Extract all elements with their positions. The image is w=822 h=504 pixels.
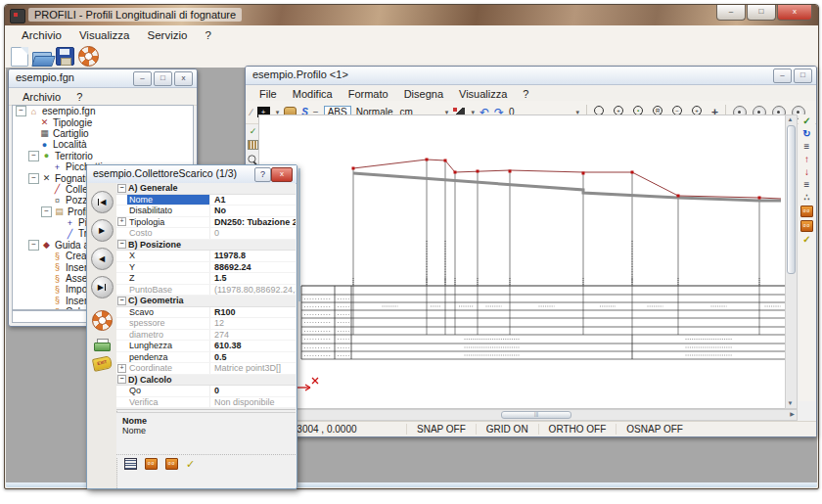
property-category-row[interactable]: −C) Geometria <box>116 296 296 307</box>
categorized-view-icon[interactable] <box>124 458 137 470</box>
tree-window-titlebar[interactable]: esempio.fgn – □ x <box>9 69 197 88</box>
property-value[interactable]: 0 <box>210 386 296 395</box>
open-folder-icon[interactable] <box>32 52 52 66</box>
tree-menu-item-archivio[interactable]: Archivio <box>15 90 68 104</box>
property-row-y[interactable]: Y88692.24 <box>116 262 296 274</box>
dialog-close-button[interactable]: x <box>271 167 293 182</box>
tree-item-localit[interactable]: ●Località <box>13 139 193 150</box>
list-icon[interactable]: ≡ <box>804 142 810 152</box>
vscroll-thumb[interactable] <box>787 125 796 274</box>
main-titlebar[interactable]: PROFILI - Profili Longitudinali di fogna… <box>5 5 818 25</box>
property-row-spessore[interactable]: spessore12 <box>116 318 296 330</box>
exit-icon[interactable]: EXIT <box>91 355 112 372</box>
main-menu-item-visualizza[interactable]: Visualizza <box>70 27 139 43</box>
move-up-icon[interactable]: ↑ <box>804 155 809 164</box>
property-name[interactable]: Verifica <box>127 397 210 408</box>
property-name[interactable]: Disabilitato <box>127 206 210 216</box>
tree-item-tipologie[interactable]: ✕Tipologie <box>13 116 193 127</box>
property-value[interactable]: 0.5 <box>210 352 296 362</box>
property-name[interactable]: spessore <box>127 318 210 329</box>
property-name[interactable]: Y <box>127 262 210 273</box>
property-value[interactable]: 1.5 <box>210 273 296 283</box>
chart-icon[interactable] <box>248 140 258 150</box>
property-value[interactable]: 12 <box>210 318 296 328</box>
expand-toggle-icon[interactable]: − <box>117 184 126 193</box>
expand-toggle-icon[interactable]: + <box>117 364 126 373</box>
basket2-icon[interactable]: oo <box>800 220 813 232</box>
profile-menu-item-file[interactable]: File <box>251 87 285 101</box>
property-name[interactable]: Costo <box>127 228 210 239</box>
property-name[interactable]: PuntoBase <box>127 285 210 296</box>
property-category-row[interactable]: −A) Generale <box>116 183 296 195</box>
profile-menu-item-?[interactable]: ? <box>515 87 536 101</box>
minimize-button[interactable]: – <box>716 5 746 21</box>
main-menu-item-?[interactable]: ? <box>196 27 219 43</box>
dialog-titlebar[interactable]: esempio.CollettoreScarico (1/3) ? x <box>87 165 297 184</box>
hscroll-thumb[interactable]: ||| <box>501 411 571 419</box>
save-icon[interactable] <box>56 47 74 66</box>
main-menu-item-servizio[interactable]: Servizio <box>138 27 196 43</box>
status-osnap-off[interactable]: OSNAP OFF <box>616 424 693 435</box>
property-value[interactable]: A1 <box>210 195 296 205</box>
help-lifebuoy-icon[interactable] <box>78 46 99 67</box>
property-name[interactable]: Z <box>127 273 210 284</box>
draw-check-icon[interactable]: ✓ <box>250 126 257 136</box>
profile-menu-item-modifica[interactable]: Modifica <box>285 87 341 101</box>
property-category-row[interactable]: −D.1) Verifica Idraulic <box>116 408 296 410</box>
status-snap-off[interactable]: SNAP OFF <box>406 424 476 435</box>
property-row-z[interactable]: Z1.5 <box>116 273 296 285</box>
expand-toggle-icon[interactable]: − <box>117 240 126 249</box>
profile-canvas[interactable] <box>258 115 789 409</box>
property-row-qo[interactable]: Qo0 <box>116 386 296 397</box>
basket-icon[interactable]: oo <box>145 458 158 470</box>
print-icon[interactable] <box>94 339 110 351</box>
new-file-icon[interactable] <box>11 47 28 67</box>
nav-first-button[interactable]: ◀ <box>91 191 114 213</box>
property-value[interactable]: No <box>210 206 296 215</box>
property-name[interactable]: X <box>127 251 210 261</box>
tree-item-cartiglio[interactable]: ▦Cartiglio <box>13 128 193 139</box>
property-row-costo[interactable]: Costo0 <box>116 228 296 240</box>
refresh-icon[interactable]: ↻ <box>802 129 810 139</box>
property-row-lunghezza[interactable]: Lunghezza610.38 <box>116 341 296 352</box>
property-value[interactable]: 0 <box>210 228 296 238</box>
property-value[interactable]: R100 <box>210 307 296 317</box>
maximize-button[interactable]: □ <box>747 5 776 21</box>
expand-toggle-icon[interactable]: − <box>117 297 126 305</box>
property-value[interactable]: (11978.80,88692.24,31.92) <box>210 285 296 295</box>
property-name[interactable]: diametro <box>127 330 210 341</box>
property-row-scavo[interactable]: ScavoR100 <box>116 307 296 319</box>
property-name[interactable]: Tipologia <box>127 217 210 228</box>
property-row-verifica[interactable]: VerificaNon disponibile <box>116 397 296 409</box>
expand-toggle-icon[interactable]: − <box>117 375 126 384</box>
nav-next-button[interactable]: ▶ <box>91 219 114 242</box>
tree-minimize-button[interactable]: – <box>133 71 152 86</box>
profile-maximize-button[interactable]: □ <box>794 69 812 83</box>
property-value[interactable]: Matrice point3D[] <box>210 363 296 373</box>
basket-icon[interactable]: oo <box>800 206 813 217</box>
expand-toggle-icon[interactable]: − <box>28 173 39 184</box>
tree-restore-button[interactable]: □ <box>154 71 172 86</box>
tree-item-territorio[interactable]: −●Territorio <box>13 151 193 161</box>
expand-toggle-icon[interactable]: − <box>117 409 126 410</box>
property-row-pendenza[interactable]: pendenza0.5 <box>116 352 296 364</box>
property-name[interactable]: pendenza <box>127 352 210 363</box>
expand-toggle-icon[interactable]: − <box>28 151 39 161</box>
property-name[interactable]: Nome <box>127 195 210 206</box>
help-lifebuoy-icon[interactable] <box>92 310 113 331</box>
property-name[interactable]: Scavo <box>127 307 210 318</box>
property-value[interactable]: 610.38 <box>210 341 296 350</box>
horizontal-scrollbar[interactable]: ◀ ||| ▶ <box>258 409 798 421</box>
property-row-tipologia[interactable]: +TipologiaDN250: Tubazione 250mm <box>116 217 296 229</box>
nav-last-button[interactable]: ▶ <box>91 276 114 298</box>
list2-icon[interactable]: ≡ <box>804 180 810 190</box>
links-icon[interactable]: ∴ <box>803 193 809 203</box>
tree-menu-item-?[interactable]: ? <box>68 90 90 104</box>
expand-toggle-icon[interactable]: − <box>28 240 39 251</box>
property-name[interactable]: Qo <box>127 386 210 396</box>
move-down-icon[interactable]: ↓ <box>804 167 809 177</box>
status-grid-on[interactable]: GRID ON <box>476 424 538 435</box>
tree-item-esempiofgn[interactable]: −⌂esempio.fgn <box>13 106 193 116</box>
property-value[interactable]: 88692.24 <box>210 262 296 272</box>
property-row-puntobase[interactable]: PuntoBase(11978.80,88692.24,31.92) <box>116 285 296 297</box>
